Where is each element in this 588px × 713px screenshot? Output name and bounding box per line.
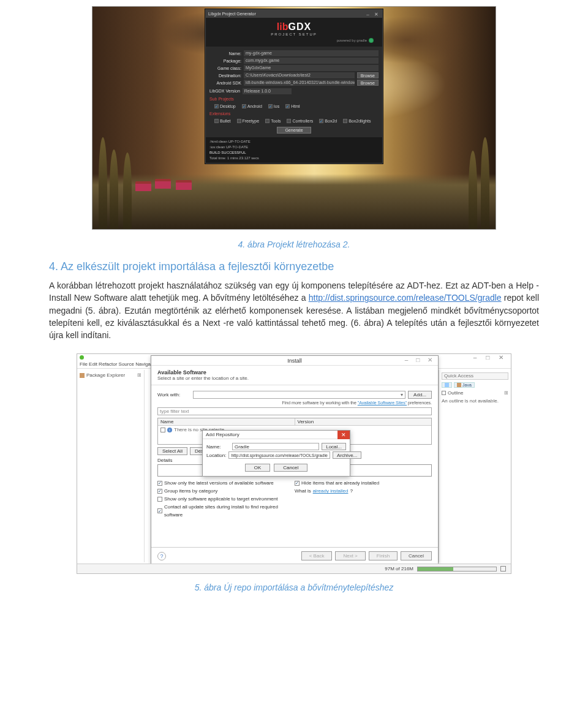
select-all-button[interactable]: Select All <box>157 447 187 455</box>
back-button[interactable]: < Back <box>301 551 333 560</box>
gradle-repo-link[interactable]: http://dist.springsource.com/release/TOO… <box>309 293 502 303</box>
subprojects-heading: Sub Projects <box>209 97 379 101</box>
opt3-checkbox[interactable] <box>157 497 162 502</box>
opt1-label: Show only the latest versions of availab… <box>164 479 274 487</box>
generate-button[interactable]: Generate <box>277 127 311 134</box>
opt3-label: Show only software applicable to target … <box>164 495 277 503</box>
destination-label: Destination: <box>209 74 241 78</box>
figure-1-caption: 4. ábra Projekt létrehozása 2. <box>49 240 539 249</box>
checkbox-label: Bullet <box>220 119 231 123</box>
addrepo-local-button[interactable]: Local... <box>322 443 346 450</box>
work-with-select[interactable] <box>193 391 405 399</box>
checkbox-controllers[interactable]: Controllers <box>287 119 313 123</box>
perspective-button[interactable] <box>442 382 452 388</box>
row-checkbox[interactable] <box>160 428 165 432</box>
window-titlebar[interactable]: Libgdx Project Generator – ✕ <box>206 10 382 18</box>
extensions-checks: Bullet Freetype Tools Controllers ✓Box2d… <box>209 118 379 124</box>
checkbox-ios[interactable]: ✓Ios <box>268 104 279 108</box>
filter-input[interactable]: type filter text <box>157 407 432 415</box>
checkbox-label: Tools <box>271 119 281 123</box>
android-sdk-input[interactable]: idt-bundle-windows-x86_64-20140321\adt-b… <box>244 80 355 86</box>
libgdx-version-label: LibGDX Version <box>209 89 240 93</box>
figure-2-eclipse-install: File Edit Refactor Source Navigate – □ ✕… <box>77 353 511 574</box>
checkbox-label: Android <box>247 104 262 108</box>
install-titlebar[interactable]: Install – □ ✕ <box>151 356 438 366</box>
addrepo-cancel-button[interactable]: Cancel <box>274 464 307 472</box>
browse-destination-button[interactable]: Browse <box>357 72 379 78</box>
figure-1-libgdx-setup: Libgdx Project Generator – ✕ libGDX PROJ… <box>92 6 496 230</box>
window-controls[interactable]: – □ ✕ <box>470 354 511 361</box>
outline-icon <box>442 391 446 395</box>
install-note-text: preferences. <box>407 401 432 405</box>
package-input[interactable]: com.mygdx.game <box>244 58 379 64</box>
col-name[interactable]: Name <box>158 418 295 425</box>
browse-sdk-button[interactable]: Browse <box>357 80 379 86</box>
libgdx-version-select[interactable]: Release 1.0.0 <box>243 88 292 94</box>
extensions-heading: Extensions <box>209 111 379 116</box>
decor-vine <box>481 137 489 229</box>
eclipse-right-pane: Quick Access Java Outline⊞ An outline is… <box>439 370 511 562</box>
java-icon <box>457 383 461 387</box>
checkbox-box2dlights[interactable]: Box2dlights <box>343 119 371 123</box>
figure-2-caption: 5. ábra Új repo importálása a bővítményt… <box>49 583 539 592</box>
window-title: Libgdx Project Generator <box>208 12 256 16</box>
window-controls[interactable]: – ✕ <box>366 10 380 18</box>
package-explorer-title: Package Explorer <box>86 372 125 378</box>
col-version[interactable]: Version <box>295 418 432 425</box>
destination-input[interactable]: C:\Users\Kovács\Downloads\test2 <box>244 72 355 78</box>
checkbox-desktop[interactable]: ✓Desktop <box>214 104 236 108</box>
addrepo-archive-button[interactable]: Archive... <box>333 451 361 459</box>
checkbox-label: Box2d <box>325 119 337 123</box>
checkbox-box2d[interactable]: ✓Box2d <box>319 119 337 123</box>
body-paragraph: A korábban létrehozott projekt használat… <box>49 279 539 341</box>
checkbox-android[interactable]: ✓Android <box>242 104 262 108</box>
cancel-button[interactable]: Cancel <box>401 551 432 560</box>
log-line: BUILD SUCCESSFUL <box>209 150 379 156</box>
eclipse-menu-bar[interactable]: File Edit Refactor Source Navigate <box>80 361 155 367</box>
help-icon[interactable]: ? <box>157 552 166 560</box>
decor-vine <box>123 153 132 229</box>
opt-hide-checkbox[interactable]: ✓ <box>295 481 300 486</box>
checkbox-html[interactable]: ✓Html <box>285 104 300 108</box>
gameclass-input[interactable]: MyGdxGame <box>244 65 379 71</box>
checkbox-bullet[interactable]: Bullet <box>214 119 231 123</box>
finish-button[interactable]: Finish <box>369 551 398 560</box>
close-icon[interactable]: ✕ <box>337 431 350 439</box>
opt2-checkbox[interactable]: ✓ <box>157 489 162 494</box>
opt1-checkbox[interactable]: ✓ <box>157 481 162 486</box>
addrepo-location-input[interactable]: http://dist.springsource.com/release/TOO… <box>228 451 330 459</box>
decor-vine <box>469 151 477 229</box>
available-sites-link[interactable]: "Available Software Sites" <box>358 401 407 405</box>
eclipse-status-bar: 97M of 216M <box>77 564 511 573</box>
pane-view-icon[interactable]: ⊞ <box>504 390 508 396</box>
outline-empty-msg: An outline is not available. <box>442 398 508 404</box>
already-installed-link[interactable]: already installed <box>313 487 349 495</box>
add-site-button[interactable]: Add... <box>408 391 432 399</box>
addrepo-ok-button[interactable]: OK <box>245 464 271 472</box>
log-line: :html:clean UP-TO-DATE <box>209 139 379 145</box>
checkbox-label: Box2dlights <box>349 119 371 123</box>
checkbox-freetype[interactable]: Freetype <box>237 119 260 123</box>
package-explorer-icon <box>80 373 85 378</box>
logo-subtitle: PROJECT SETUP <box>206 32 382 36</box>
install-subhead: Select a site or enter the location of a… <box>157 375 432 381</box>
window-controls[interactable]: – □ ✕ <box>405 356 435 363</box>
addrepo-location-label: Location: <box>206 453 226 458</box>
pane-view-icon[interactable]: ⊞ <box>137 372 141 378</box>
perspective-icon <box>445 383 449 387</box>
already-installed-text: ? <box>350 487 352 495</box>
next-button[interactable]: Next > <box>335 551 365 560</box>
memory-bar <box>417 567 497 572</box>
addrepo-name-input[interactable]: Gradle <box>232 443 319 450</box>
quick-access-input[interactable]: Quick Access <box>442 372 508 380</box>
section-heading: 4. Az elkészült projekt importálása a fe… <box>49 260 539 273</box>
gc-icon[interactable] <box>500 566 506 572</box>
checkbox-tools[interactable]: Tools <box>265 119 281 123</box>
opt4-checkbox[interactable]: ✓ <box>157 508 162 513</box>
outline-title: Outline <box>448 390 463 396</box>
name-input[interactable]: my-gdx-game <box>244 50 379 56</box>
addrepo-titlebar[interactable]: Add Repository ✕ <box>203 431 350 439</box>
log-line: Total time: 1 mins 23.127 secs <box>209 156 379 161</box>
checkbox-label: Html <box>291 104 300 108</box>
perspective-java-button[interactable]: Java <box>454 382 475 388</box>
